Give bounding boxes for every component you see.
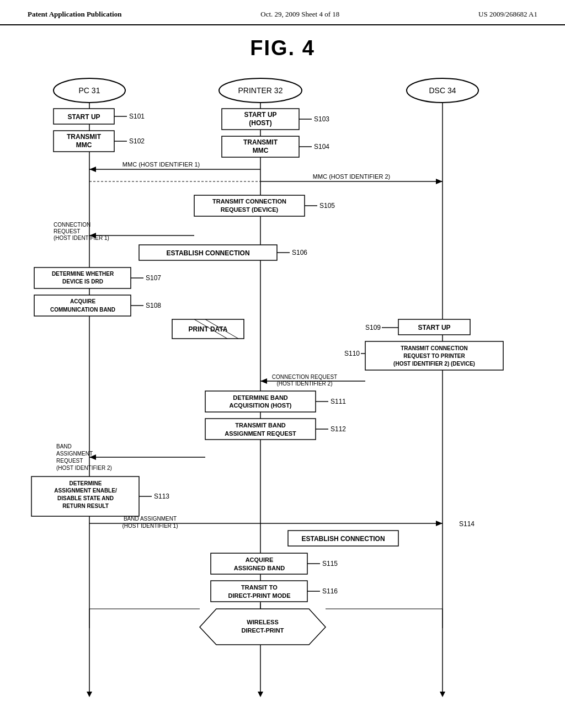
box-transmit-conn-req-line2: REQUEST (DEVICE) xyxy=(221,206,279,213)
label-s101: S101 xyxy=(129,113,145,120)
label-s116: S116 xyxy=(322,587,338,595)
band-assign-req-line3: REQUEST xyxy=(56,458,83,464)
label-s107: S107 xyxy=(146,274,161,282)
entity-printer: PRINTER 32 xyxy=(238,86,283,95)
entity-dsc: DSC 34 xyxy=(429,86,456,95)
box-wireless-direct-line1: WIRELESS xyxy=(247,619,278,625)
msg-conn-req-hi1-line2: REQUEST xyxy=(54,228,80,234)
band-assign-hi1-line2: (HOST IDENTIFIER 1) xyxy=(122,523,178,529)
msg-mmc-hi1: MMC (HOST IDENTIFIER 1) xyxy=(122,161,200,168)
label-s112: S112 xyxy=(331,425,346,433)
page: Patent Application Publication Oct. 29, … xyxy=(0,0,565,728)
label-s102: S102 xyxy=(129,137,145,145)
box-wireless-direct-line2: DIRECT-PRINT xyxy=(242,627,284,634)
label-s111: S111 xyxy=(331,398,346,405)
header-patent-number: US 2009/268682 A1 xyxy=(478,10,537,19)
msg-conn-req-hi1-line1: CONNECTION xyxy=(54,222,90,228)
box-transmit-conn-printer-line2: REQUEST TO PRINTER xyxy=(403,353,465,359)
box-determine-band-acq-line2: ACQUISITION (HOST) xyxy=(229,402,291,409)
flowchart-diagram: PC 31 PRINTER 32 DSC 34 START UP S101 xyxy=(23,71,542,705)
band-assign-hi1-line1: BAND ASSIGNMENT xyxy=(124,516,177,522)
box-transmit-conn-printer-line1: TRANSMIT CONNECTION xyxy=(401,345,468,351)
svg-marker-20 xyxy=(436,179,443,184)
box-startup-printer-line2: (HOST) xyxy=(249,119,271,127)
box-startup-printer-line1: START UP xyxy=(244,111,276,119)
box-establish-conn2: ESTABLISH CONNECTION xyxy=(301,535,385,543)
msg-conn-req-hi2-line1: CONNECTION REQUEST xyxy=(272,374,337,380)
svg-marker-8 xyxy=(440,692,445,697)
svg-marker-40 xyxy=(260,378,267,384)
box-print-data: PRINT DATA xyxy=(189,325,228,333)
label-s113: S113 xyxy=(154,493,169,500)
label-s114: S114 xyxy=(459,520,475,528)
svg-marker-18 xyxy=(89,167,96,172)
label-s115: S115 xyxy=(322,560,338,568)
box-establish-conn: ESTABLISH CONNECTION xyxy=(166,249,249,257)
label-s106: S106 xyxy=(292,249,307,256)
box-determine-assign-line4: RETURN RESULT xyxy=(62,503,109,509)
label-s104: S104 xyxy=(314,143,329,151)
label-s110: S110 xyxy=(344,350,360,357)
box-determine-drd-line2: DEVICE IS DRD xyxy=(62,279,103,285)
entity-pc: PC 31 xyxy=(79,86,100,95)
box-acquire-assigned-line1: ACQUIRE xyxy=(246,556,274,563)
box-transmit-conn-printer-line3: (HOST IDENTIFIER 2) (DEVICE) xyxy=(393,361,475,367)
box-transmit-mmc-pc-line1: TRANSMIT xyxy=(67,133,102,141)
diagram-area: FIG. 4 PC 31 PRINTER 32 DSC 34 xyxy=(0,25,565,716)
box-startup-pc: START UP xyxy=(67,113,100,121)
label-s103: S103 xyxy=(314,115,329,123)
svg-marker-6 xyxy=(87,692,92,697)
box-determine-band-acq-line1: DETERMINE BAND xyxy=(233,394,288,401)
box-transit-direct-line2: DIRECT-PRINT MODE xyxy=(228,592,290,599)
box-determine-assign-line3: DISABLE STATE AND xyxy=(57,495,114,501)
box-acquire-comm-band-line2: COMMUNICATION BAND xyxy=(50,307,115,313)
msg-mmc-hi2: MMC (HOST IDENTIFIER 2) xyxy=(313,173,390,180)
label-s108: S108 xyxy=(146,302,161,309)
label-s109: S109 xyxy=(365,324,381,331)
box-acquire-assigned-line2: ASSIGNED BAND xyxy=(234,565,285,571)
page-header: Patent Application Publication Oct. 29, … xyxy=(0,0,565,25)
box-transmit-conn-req-line1: TRANSMIT CONNECTION xyxy=(212,198,286,205)
band-assign-req-line4: (HOST IDENTIFIER 2) xyxy=(56,465,112,471)
box-determine-assign-line2: ASSIGNMENT ENABLE/ xyxy=(54,488,117,494)
box-acquire-comm-band-line1: ACQUIRE xyxy=(70,298,95,304)
box-transmit-band-assign-line1: TRANSMIT BAND xyxy=(235,422,286,429)
box-transmit-mmc-pc-line2: MMC xyxy=(76,141,92,149)
box-transmit-mmc-printer-line1: TRANSMIT xyxy=(243,138,278,146)
box-determine-assign-line1: DETERMINE xyxy=(70,480,102,486)
label-s105: S105 xyxy=(319,202,335,210)
figure-title: FIG. 4 xyxy=(22,36,543,60)
svg-marker-7 xyxy=(258,692,263,697)
box-startup-dsc: START UP xyxy=(418,324,450,331)
box-transmit-mmc-printer-line2: MMC xyxy=(253,147,269,154)
header-date-sheet: Oct. 29, 2009 Sheet 4 of 18 xyxy=(260,10,339,19)
band-assign-req-line1: BAND xyxy=(56,443,72,449)
svg-marker-50 xyxy=(436,521,443,526)
header-publication: Patent Application Publication xyxy=(28,10,121,19)
box-transit-direct-line1: TRANSIT TO xyxy=(241,584,278,591)
box-determine-drd-line1: DETERMINE WHETHER xyxy=(52,271,114,277)
band-assign-req-line2: ASSIGNMENT xyxy=(56,451,93,457)
box-transmit-band-assign-line2: ASSIGNMENT REQUEST xyxy=(225,430,296,437)
